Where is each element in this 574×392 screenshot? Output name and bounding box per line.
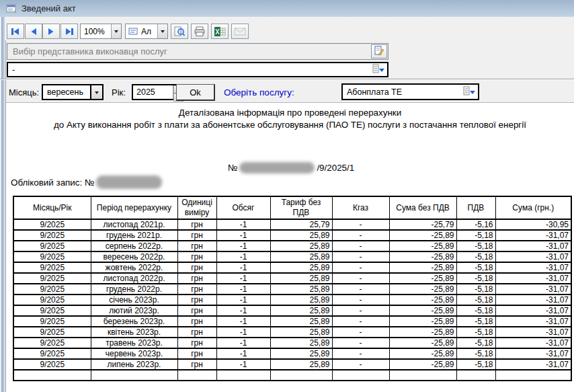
table-cell: -: [332, 273, 389, 284]
table-cell: -25,89: [389, 295, 456, 305]
table-cell: лютий 2023р.: [91, 305, 177, 316]
table-cell: грн: [177, 359, 216, 370]
table-cell: [270, 370, 332, 381]
table-cell: -31,07: [495, 327, 571, 338]
table-cell: -: [332, 251, 389, 262]
table-cell: -: [332, 230, 389, 241]
table-cell: [495, 370, 571, 381]
nav-next-button[interactable]: [42, 24, 60, 39]
table-cell: -31,07: [495, 359, 571, 370]
table-cell: 9/2025: [13, 219, 91, 230]
table-cell: -25,89: [389, 241, 456, 251]
recalc-table: Місяць/РікПеріод перерахункуОдиниці вимі…: [13, 196, 572, 381]
service-dropdown-button[interactable]: [460, 85, 478, 99]
table-cell: -5,18: [456, 327, 495, 338]
envelope-icon: [234, 28, 246, 36]
table-cell: -5,16: [456, 219, 495, 230]
window-icon: [6, 4, 17, 13]
table-cell: грудень 2021р.: [91, 230, 177, 241]
table-cell: -31,07: [495, 251, 571, 262]
table-cell: -25,89: [389, 251, 456, 262]
table-cell: -5,18: [456, 359, 495, 370]
export-excel-button[interactable]: [211, 24, 229, 39]
document-title-line1: Деталізована інформація про проведені пе…: [6, 108, 574, 118]
table-cell: 9/2025: [13, 305, 91, 316]
table-cell: -1: [216, 273, 270, 284]
go-next-icon: [46, 27, 56, 36]
column-header: Місяць/Рік: [13, 196, 91, 219]
act-number-prefix: №: [228, 163, 237, 173]
table-cell: -5,18: [456, 305, 495, 316]
table-cell: -25,89: [389, 305, 456, 316]
provider-edit-button[interactable]: [371, 44, 387, 58]
table-cell: -25,89: [389, 359, 456, 370]
service-select[interactable]: Абонплата ТЕ: [341, 83, 479, 100]
send-email-button[interactable]: [231, 24, 249, 39]
month-dropdown-button[interactable]: [90, 85, 102, 99]
table-cell: грн: [177, 273, 216, 284]
column-header: Сума без ПДВ: [389, 196, 456, 219]
table-cell: листопад 2022р.: [91, 273, 177, 284]
format-select[interactable]: Ал: [125, 24, 168, 39]
table-cell: -1: [216, 359, 270, 370]
table-cell: -25,89: [389, 230, 456, 241]
nav-first-button[interactable]: [7, 24, 24, 39]
table-cell: березень 2023р.: [91, 316, 177, 327]
nav-last-button[interactable]: [60, 24, 78, 39]
table-cell: -25,89: [389, 262, 456, 273]
table-cell: 25,89: [270, 241, 332, 251]
print-preview-button[interactable]: [171, 24, 188, 39]
table-cell: -: [332, 219, 389, 230]
table-cell: 9/2025: [13, 284, 91, 295]
month-select[interactable]: вересень: [42, 84, 104, 100]
table-cell: -: [332, 305, 389, 316]
provider-select[interactable]: -: [7, 62, 388, 77]
print-button[interactable]: [191, 24, 208, 39]
table-cell: грн: [177, 262, 216, 273]
table-cell: січень 2023р.: [91, 295, 177, 305]
table-cell: -5,18: [456, 262, 495, 273]
chevron-down-icon: [470, 91, 475, 97]
table-row: 9/2025лютий 2023р.грн-125,89--25,89-5,18…: [13, 305, 571, 316]
table-row: 9/2025грудень 2022р.грн-125,89--25,89-5,…: [13, 284, 571, 295]
table-cell: -5,18: [456, 273, 495, 284]
nav-previous-button[interactable]: [25, 24, 42, 39]
column-header: Одиниці виміру: [177, 196, 216, 219]
provider-picker-placeholder: Вибір представника виконавця послуг: [7, 46, 371, 56]
table-cell: 9/2025: [13, 251, 91, 262]
table-cell: -: [332, 295, 389, 305]
table-row: 9/2025вересень 2022р.грн-125,89--25,89-5…: [13, 251, 571, 262]
table-cell: грн: [177, 295, 216, 305]
table-cell: 25,89: [270, 305, 332, 316]
table-cell: -5,18: [456, 251, 495, 262]
table-cell: 25,89: [270, 348, 332, 359]
table-cell: травень 2023р.: [91, 338, 177, 348]
table-cell: грн: [177, 338, 216, 348]
table-cell: -25,79: [389, 219, 456, 230]
table-cell: 9/2025: [13, 359, 91, 370]
provider-dropdown-button[interactable]: [370, 63, 387, 76]
zoom-select[interactable]: 100%: [80, 24, 122, 39]
table-cell: вересень 2022р.: [91, 251, 177, 262]
printer-icon: [194, 26, 206, 37]
table-cell: -: [332, 241, 389, 251]
table-cell: -1: [216, 316, 270, 327]
table-cell: -31,07: [495, 262, 571, 273]
excel-export-icon: [214, 26, 226, 37]
table-row: 9/2025квітень 2023р.грн-125,89--25,89-5,…: [13, 327, 571, 338]
table-cell: -: [332, 316, 389, 327]
table-cell: [332, 370, 389, 381]
table-cell: -1: [216, 284, 270, 295]
year-label: Рік:: [112, 87, 126, 97]
ok-button[interactable]: Ok: [176, 84, 215, 101]
zoom-dropdown-button[interactable]: [111, 24, 121, 38]
format-dropdown-button[interactable]: [157, 24, 167, 38]
provider-picker-field[interactable]: Вибір представника виконавця послуг: [7, 43, 388, 60]
table-cell: -25,89: [389, 338, 456, 348]
month-value: вересень: [43, 87, 90, 97]
chevron-down-icon: [161, 30, 165, 35]
act-number-line: № /9/2025/1: [228, 162, 354, 173]
table-cell: 9/2025: [13, 241, 91, 251]
table-cell: липень 2023р.: [91, 359, 177, 370]
table-cell: -1: [216, 305, 270, 316]
